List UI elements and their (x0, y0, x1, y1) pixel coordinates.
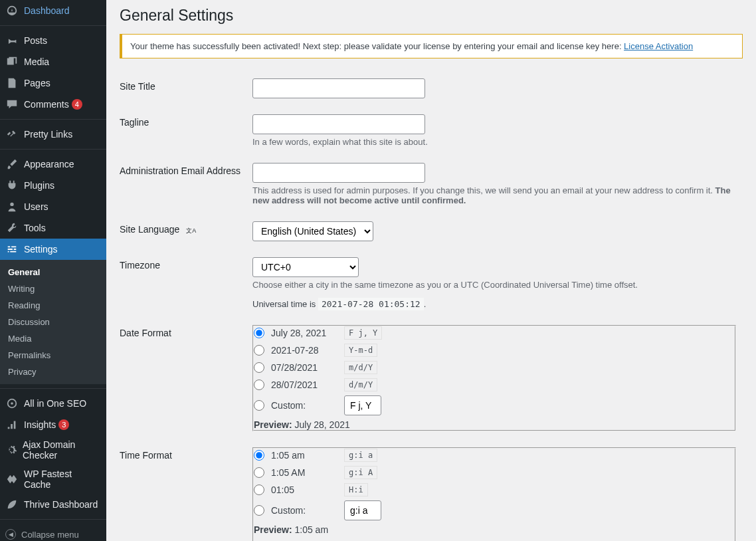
site-language-label: Site Language 文A (120, 215, 252, 251)
timezone-select[interactable]: UTC+0 (252, 257, 359, 277)
wrench-icon (5, 221, 19, 235)
insights-icon (5, 418, 19, 431)
submenu-reading[interactable]: Reading (0, 297, 106, 314)
menu-posts[interactable]: Posts (0, 30, 106, 51)
submenu-discussion[interactable]: Discussion (0, 314, 106, 330)
count-badge: 4 (72, 99, 82, 110)
submenu-privacy[interactable]: Privacy (0, 364, 106, 380)
sliders-icon (5, 243, 19, 256)
time-format-radio-custom[interactable] (254, 505, 264, 516)
comment-icon (5, 98, 19, 111)
date-format-radio-1[interactable] (254, 328, 264, 338)
menu-label: Plugins (24, 180, 54, 191)
menu-label: Comments (24, 99, 69, 110)
menu-wpfc[interactable]: WP Fastest Cache (0, 465, 106, 494)
menu-aioseo[interactable]: All in One SEO (0, 393, 106, 414)
site-language-select[interactable]: English (United States) (252, 221, 373, 241)
time-format-label: Time Format (120, 441, 252, 541)
tagline-description: In a few words, explain what this site i… (252, 137, 736, 147)
menu-label: Media (24, 56, 49, 67)
menu-label: Settings (24, 244, 58, 255)
media-icon (5, 55, 19, 68)
time-format-radio-3[interactable] (254, 485, 264, 495)
site-title-label: Site Title (120, 72, 252, 108)
universal-time: Universal time is 2021-07-28 01:05:12. (252, 299, 736, 309)
timezone-description: Choose either a city in the same timezon… (252, 280, 736, 290)
tagline-input[interactable] (252, 114, 425, 134)
leaf-icon (5, 498, 19, 511)
menu-label: Users (24, 201, 48, 212)
brush-icon (5, 158, 19, 171)
menu-users[interactable]: Users (0, 196, 106, 217)
menu-media[interactable]: Media (0, 51, 106, 72)
time-format-preview: Preview: 1:05 am (254, 524, 735, 535)
date-format-label: Date Format (120, 318, 252, 441)
submenu-writing[interactable]: Writing (0, 280, 106, 297)
menu-dashboard[interactable]: Dashboard (0, 0, 106, 21)
date-format-custom-input[interactable] (344, 395, 381, 415)
menu-label: Dashboard (24, 5, 70, 16)
menu-label: Thrive Dashboard (24, 499, 98, 510)
menu-label: Pages (24, 78, 50, 88)
content-area: General Settings Your theme has successf… (106, 0, 756, 541)
menu-thrive[interactable]: Thrive Dashboard (0, 494, 106, 515)
tagline-label: Tagline (120, 108, 252, 156)
menu-label: Ajax Domain Checker (23, 439, 101, 461)
license-activation-link[interactable]: License Activation (624, 41, 693, 51)
date-format-preview: Preview: July 28, 2021 (254, 419, 735, 430)
menu-label: Pretty Links (24, 129, 72, 140)
time-format-fieldset: 1:05 amg:i a 1:05 AMg:i A 01:05H:i Custo… (252, 447, 736, 541)
menu-settings[interactable]: Settings (0, 239, 106, 260)
submenu-general[interactable]: General (0, 264, 106, 280)
svg-point-2 (11, 402, 13, 405)
admin-email-description: This address is used for admin purposes.… (252, 185, 736, 205)
menu-label: Insights (24, 419, 56, 430)
admin-sidebar: Dashboard Posts Media Pages Comments4 Pr… (0, 0, 106, 541)
menu-label: Appearance (24, 159, 74, 169)
admin-email-label: Administration Email Address (120, 156, 252, 215)
notice-text: Your theme has successfully been activat… (130, 41, 624, 51)
count-badge: 3 (58, 419, 69, 430)
gear-icon (5, 443, 17, 457)
time-format-radio-2[interactable] (254, 467, 264, 478)
site-title-input[interactable] (252, 78, 425, 98)
admin-email-input[interactable] (252, 163, 425, 183)
license-notice: Your theme has successfully been activat… (120, 34, 743, 58)
menu-plugins[interactable]: Plugins (0, 175, 106, 196)
translate-icon: 文A (185, 226, 197, 236)
cache-icon (5, 473, 19, 486)
date-format-radio-custom[interactable] (254, 400, 264, 411)
submenu-permalinks[interactable]: Permalinks (0, 347, 106, 364)
dashboard-icon (5, 4, 19, 17)
menu-comments[interactable]: Comments4 (0, 94, 106, 115)
collapse-label: Collapse menu (21, 530, 79, 540)
page-icon (5, 76, 19, 90)
submenu-media[interactable]: Media (0, 330, 106, 347)
timezone-label: Timezone (120, 251, 252, 318)
menu-insights[interactable]: Insights3 (0, 414, 106, 435)
seo-icon (5, 397, 19, 410)
menu-appearance[interactable]: Appearance (0, 154, 106, 175)
plug-icon (5, 179, 19, 192)
date-format-radio-2[interactable] (254, 345, 264, 356)
time-format-radio-1[interactable] (254, 450, 264, 461)
date-format-fieldset: July 28, 2021F j, Y 2021-07-28Y-m-d 07/2… (252, 325, 736, 431)
menu-label: WP Fastest Cache (24, 469, 101, 490)
menu-label: Tools (24, 223, 46, 233)
page-title: General Settings (120, 7, 743, 25)
pin-icon (5, 34, 19, 47)
menu-tools[interactable]: Tools (0, 217, 106, 239)
menu-pretty-links[interactable]: Pretty Links (0, 124, 106, 145)
collapse-menu[interactable]: ◀Collapse menu (0, 524, 106, 541)
menu-pages[interactable]: Pages (0, 72, 106, 94)
user-icon (5, 200, 19, 213)
link-icon (5, 128, 19, 141)
menu-label: Posts (24, 35, 47, 46)
svg-point-0 (10, 203, 13, 206)
settings-submenu: General Writing Reading Discussion Media… (0, 260, 106, 384)
date-format-radio-3[interactable] (254, 362, 264, 373)
time-format-custom-input[interactable] (344, 500, 381, 520)
date-format-radio-4[interactable] (254, 379, 264, 390)
menu-label: All in One SEO (24, 398, 86, 409)
menu-ajax-domain[interactable]: Ajax Domain Checker (0, 435, 106, 465)
